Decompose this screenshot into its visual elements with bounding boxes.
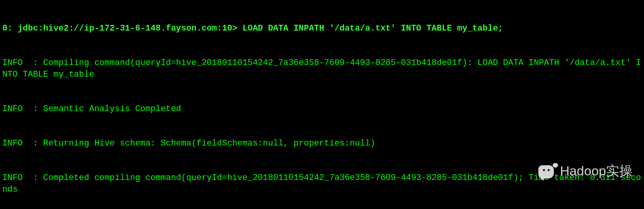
watermark: Hadoop实操 [538, 162, 632, 180]
terminal-line: INFO : Semantic Analysis Completed [2, 103, 642, 115]
wechat-icon [538, 163, 557, 179]
watermark-text: Hadoop实操 [560, 162, 632, 180]
terminal-line: 0: jdbc:hive2://ip-172-31-6-148.fayson.c… [2, 23, 642, 34]
terminal-line: INFO : Compiling command(queryId=hive_20… [2, 57, 642, 80]
terminal-line: INFO : Returning Hive schema: Schema(fie… [2, 138, 642, 149]
